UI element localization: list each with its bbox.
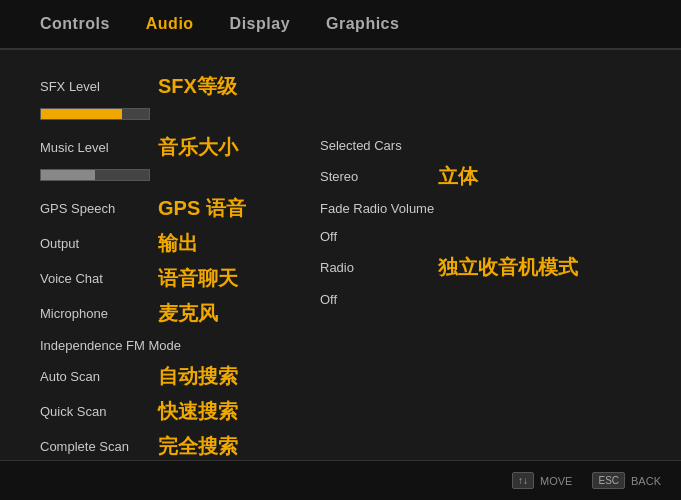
status-bar: ↑↓ MOVE ESC BACK [0,460,681,500]
list-item: Music Level 音乐大小 [40,131,260,164]
nav-bar: Controls Audio Display Graphics [0,0,681,50]
sfx-slider[interactable] [40,108,150,120]
list-item: Stereo 立体 [320,160,578,193]
music-slider-row [40,162,260,188]
list-item: SFX Level SFX等级 [40,70,260,103]
music-level-label-cn: 音乐大小 [158,134,238,161]
nav-graphics[interactable]: Graphics [326,15,399,33]
sfx-slider-row [40,101,260,127]
auto-scan-label-en: Auto Scan [40,369,150,384]
right-column: Selected Cars Stereo 立体 Fade Radio Volum… [320,70,578,463]
quick-scan-label-cn: 快速搜索 [158,398,238,425]
stereo-value-cn: 立体 [438,163,478,190]
sfx-level-label-en: SFX Level [40,79,150,94]
fade-radio-label: Fade Radio Volume [320,201,434,216]
list-item: Output 输出 [40,227,260,260]
list-item: Selected Cars [320,132,578,158]
gps-speech-label-en: GPS Speech [40,201,150,216]
list-item: Off [320,223,578,249]
music-slider-fill [41,170,95,180]
move-status: ↑↓ MOVE [512,472,572,489]
music-level-label-en: Music Level [40,140,150,155]
output-label-en: Output [40,236,150,251]
voice-chat-label-cn: 语音聊天 [158,265,238,292]
main-content: SFX Level SFX等级 Music Level 音乐大小 GPS Spe… [0,50,681,483]
nav-controls[interactable]: Controls [40,15,110,33]
off-label-1: Off [320,229,430,244]
sfx-slider-fill [41,109,122,119]
list-item: Auto Scan 自动搜索 [40,360,260,393]
off-label-2: Off [320,292,430,307]
move-label: MOVE [540,475,572,487]
list-item: GPS Speech GPS 语音 [40,192,260,225]
list-item: Microphone 麦克风 [40,297,260,330]
quick-scan-label-en: Quick Scan [40,404,150,419]
back-status: ESC BACK [592,472,661,489]
complete-scan-label-cn: 完全搜索 [158,433,238,460]
radio-value-cn: 独立收音机模式 [438,254,578,281]
output-label-cn: 输出 [158,230,198,257]
list-item: Fade Radio Volume [320,195,578,221]
nav-display[interactable]: Display [230,15,290,33]
list-item: Independence FM Mode [40,332,260,358]
list-item: Quick Scan 快速搜索 [40,395,260,428]
list-item: Voice Chat 语音聊天 [40,262,260,295]
music-slider[interactable] [40,169,150,181]
selected-cars-label: Selected Cars [320,138,430,153]
complete-scan-label-en: Complete Scan [40,439,150,454]
independence-fm-label-en: Independence FM Mode [40,338,181,353]
stereo-label: Stereo [320,169,430,184]
back-key-badge: ESC [592,472,625,489]
microphone-label-cn: 麦克风 [158,300,218,327]
sfx-level-label-cn: SFX等级 [158,73,237,100]
left-column: SFX Level SFX等级 Music Level 音乐大小 GPS Spe… [40,70,260,463]
voice-chat-label-en: Voice Chat [40,271,150,286]
list-item: Radio 独立收音机模式 [320,251,578,284]
nav-audio[interactable]: Audio [146,15,194,33]
back-label: BACK [631,475,661,487]
auto-scan-label-cn: 自动搜索 [158,363,238,390]
list-item: Off [320,286,578,312]
microphone-label-en: Microphone [40,306,150,321]
radio-label: Radio [320,260,430,275]
move-keys-badge: ↑↓ [512,472,534,489]
list-item: Complete Scan 完全搜索 [40,430,260,463]
gps-speech-label-cn: GPS 语音 [158,195,246,222]
